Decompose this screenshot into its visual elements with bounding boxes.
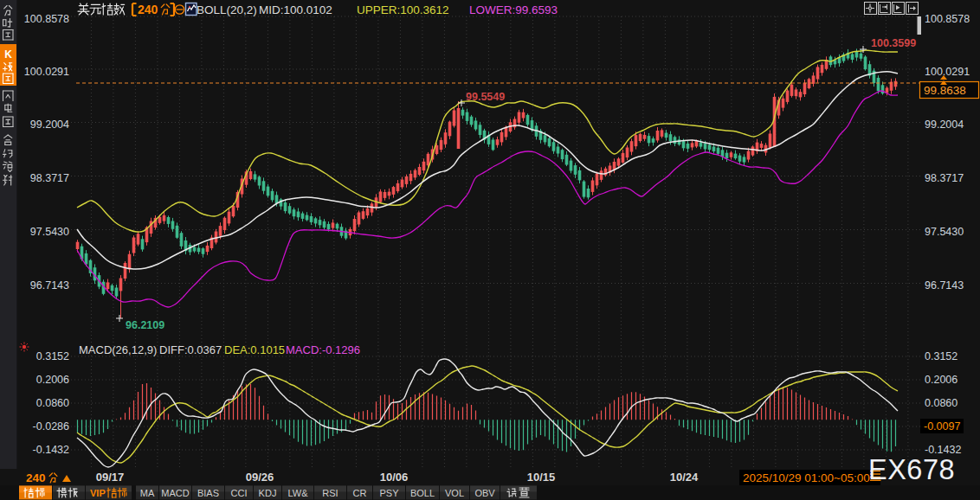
svg-text:97.5430: 97.5430 <box>925 226 964 238</box>
svg-text:99.8638: 99.8638 <box>924 84 966 97</box>
svg-text:0.0860: 0.0860 <box>36 397 69 409</box>
svg-text:BIAS: BIAS <box>197 488 219 498</box>
svg-text:96.2109: 96.2109 <box>126 319 164 331</box>
svg-text:-0.0286: -0.0286 <box>33 420 69 433</box>
svg-text:98.3717: 98.3717 <box>30 172 69 184</box>
svg-text:10/06: 10/06 <box>380 471 409 484</box>
svg-text:-0.1432: -0.1432 <box>33 444 69 456</box>
svg-text:100.0291: 100.0291 <box>24 66 69 78</box>
svg-text:BOLL: BOLL <box>410 488 435 498</box>
svg-text:100.8578: 100.8578 <box>24 13 69 25</box>
svg-text:-0.0097: -0.0097 <box>924 420 960 433</box>
svg-text:MA: MA <box>140 488 155 498</box>
svg-text:OBV: OBV <box>474 488 495 498</box>
svg-text:100.0291: 100.0291 <box>925 66 970 78</box>
svg-text:99.5549: 99.5549 <box>466 91 505 103</box>
svg-text:0.2006: 0.2006 <box>925 374 957 386</box>
svg-text:09/26: 09/26 <box>246 471 274 484</box>
svg-text:EX678: EX678 <box>868 454 955 485</box>
svg-text:KDJ: KDJ <box>259 488 277 498</box>
svg-text:K: K <box>4 48 12 61</box>
svg-text:0.2006: 0.2006 <box>36 374 69 386</box>
svg-text:97.5430: 97.5430 <box>30 226 69 238</box>
svg-text:98.3717: 98.3717 <box>925 172 964 184</box>
svg-text:CCI: CCI <box>231 488 248 498</box>
svg-text:0.3152: 0.3152 <box>36 350 69 362</box>
svg-text:LW&: LW& <box>287 488 308 498</box>
svg-text:UPPER:100.3612: UPPER:100.3612 <box>357 3 449 16</box>
svg-text:100.8578: 100.8578 <box>925 13 970 25</box>
svg-text:LOWER:99.6593: LOWER:99.6593 <box>469 3 558 16</box>
svg-text:10/15: 10/15 <box>527 471 556 484</box>
svg-text:CR: CR <box>353 488 367 498</box>
svg-text:DIFF:0.0367: DIFF:0.0367 <box>159 343 222 356</box>
svg-text:0.0860: 0.0860 <box>925 397 957 409</box>
svg-text:MID:100.0102: MID:100.0102 <box>259 3 332 16</box>
svg-text:96.7143: 96.7143 <box>925 279 964 292</box>
svg-text:99.2004: 99.2004 <box>30 119 69 131</box>
svg-text:PSY: PSY <box>379 488 399 498</box>
svg-text:2025/10/29 01:00~05:00: 2025/10/29 01:00~05:00 <box>743 471 870 484</box>
svg-text:MACD: MACD <box>161 488 189 498</box>
svg-text:MACD(26,12,9): MACD(26,12,9) <box>79 343 157 356</box>
svg-text:10/24: 10/24 <box>670 471 699 484</box>
svg-text:VIP: VIP <box>90 488 106 498</box>
svg-text:240: 240 <box>138 3 158 16</box>
svg-text:0.3152: 0.3152 <box>925 350 957 362</box>
svg-text:96.7143: 96.7143 <box>30 279 69 292</box>
svg-text:09/17: 09/17 <box>96 471 125 484</box>
svg-text:100.3599: 100.3599 <box>871 37 916 49</box>
svg-text:240: 240 <box>26 471 46 484</box>
svg-text:RSI: RSI <box>322 488 338 498</box>
svg-text:DEA:0.1015: DEA:0.1015 <box>224 343 285 356</box>
svg-text:MACD:-0.1296: MACD:-0.1296 <box>286 343 360 356</box>
svg-text:VOL: VOL <box>445 488 464 498</box>
svg-text:BOLL(20,2): BOLL(20,2) <box>197 3 257 16</box>
svg-text:99.2004: 99.2004 <box>925 119 964 131</box>
